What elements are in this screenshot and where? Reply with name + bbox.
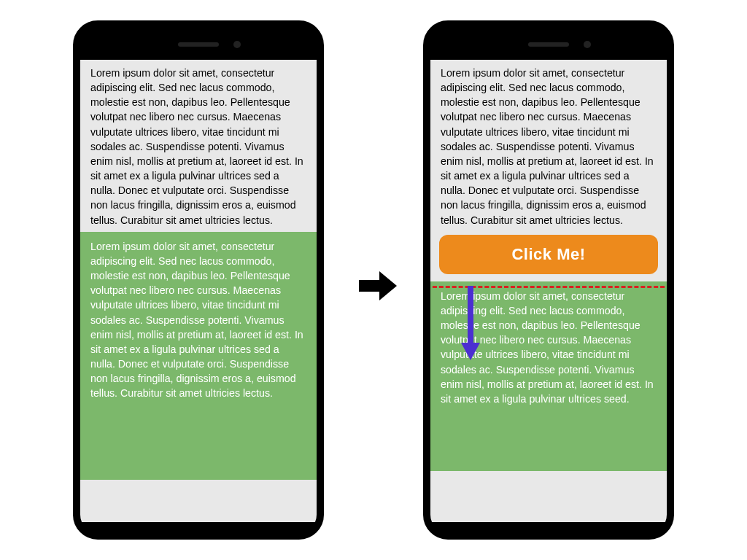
- injected-button-row: Click Me!: [430, 232, 667, 281]
- phone-mock-after: Lorem ipsum dolor sit amet, consectetur …: [423, 20, 674, 540]
- transition-arrow-icon: [357, 270, 398, 302]
- screen-before: Lorem ipsum dolor sit amet, consectetur …: [80, 60, 317, 522]
- phone-top-bezel: [430, 28, 667, 60]
- phone-mock-before: Lorem ipsum dolor sit amet, consectetur …: [73, 20, 324, 540]
- paragraph-top: Lorem ipsum dolor sit amet, consectetur …: [430, 60, 667, 232]
- phone-top-bezel: [80, 28, 317, 60]
- paragraph-bottom: Lorem ipsum dolor sit amet, consectetur …: [80, 232, 317, 480]
- paragraph-top: Lorem ipsum dolor sit amet, consectetur …: [80, 60, 317, 232]
- click-me-button[interactable]: Click Me!: [439, 235, 658, 274]
- screen-after: Lorem ipsum dolor sit amet, consectetur …: [430, 60, 667, 522]
- paragraph-bottom-shifted: Lorem ipsum dolor sit amet, consectetur …: [430, 281, 667, 471]
